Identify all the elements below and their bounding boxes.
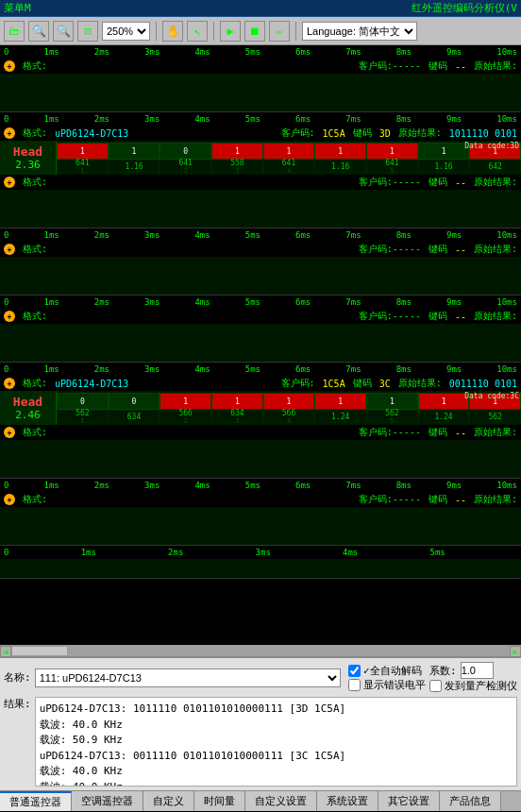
info-row-6: + 格式: 客户码:----- 键码 -- 原始结果: <box>0 492 521 507</box>
timing-cell: 6414 <box>263 160 315 173</box>
timing-cell: 5662 <box>160 410 211 423</box>
tab-custom[interactable]: 自定义 <box>143 791 194 811</box>
result-line-2: 载波: 40.0 KHz <box>40 718 513 734</box>
auto-decode-input[interactable] <box>348 665 361 677</box>
hand-icon[interactable]: ✋ <box>162 21 183 42</box>
result-line-6: 载波: 40.0 KHz <box>40 780 513 787</box>
auto-decode-checkbox[interactable]: ✓全自动解码 <box>348 664 422 678</box>
bit-cell: 1 <box>263 393 315 410</box>
timing-cell: 642 <box>469 160 521 173</box>
send-device-input[interactable] <box>429 680 442 692</box>
info-row-5b: + 格式: 客户码:----- 键码 -- 原始结果: <box>0 425 521 440</box>
tab-time[interactable]: 时间量 <box>194 791 245 811</box>
empty-signal-3 <box>0 257 521 295</box>
waveform-panels: 0 1ms 2ms 3ms 4ms 5ms 6ms 7ms 8ms 9ms 10… <box>0 45 521 645</box>
bit-cell: 1 <box>418 143 470 160</box>
bit-cell: 1 <box>211 143 263 160</box>
system-value-input[interactable] <box>461 662 494 679</box>
system-section: 系数: <box>429 662 494 679</box>
empty-signal-7 <box>0 559 521 578</box>
auto-decode-label: ✓全自动解码 <box>363 664 422 678</box>
timing-cell: 5664 <box>263 410 315 423</box>
head-value-5: 2.46 <box>15 409 41 421</box>
waveform-panel-1: 0 1ms 2ms 3ms 4ms 5ms 6ms 7ms 8ms 9ms 10… <box>0 45 521 112</box>
bit-cell: 1 <box>314 143 366 160</box>
bit-cell: 1 <box>211 393 263 410</box>
info-row-2: + 格式: uPD6124-D7C13 客户码:1C5A 键码 3D 原始结果:… <box>0 126 521 141</box>
tab-bar: 普通遥控器 空调遥控器 自定义 时间量 自定义设置 系统设置 其它设置 产品信息 <box>0 790 521 811</box>
zoom-fit-icon[interactable]: ⊡ <box>77 21 98 42</box>
bit-cell: 0 <box>57 393 109 410</box>
channel-icon-4: + <box>4 311 15 322</box>
scroll-track[interactable] <box>11 646 510 656</box>
data-code-label-2: Data code:3D <box>464 142 519 150</box>
result-area[interactable]: uPD6124-D7C13: 1011110 0101101010000111 … <box>35 697 517 787</box>
zoom-in-icon[interactable]: 🔍 <box>28 21 49 42</box>
name-select[interactable]: 111: uPD6124-D7C13 <box>35 668 341 687</box>
channel-icon-2: + <box>4 127 15 139</box>
timing-cell: 6343 <box>211 410 263 423</box>
bottom-panel: 名称: 111: uPD6124-D7C13 ✓全自动解码 显示错误电平 系数: <box>0 656 521 790</box>
name-label: 名称: <box>4 670 31 685</box>
info-row-5: + 格式: uPD6124-D7C13 客户码:1C5A 键码 3C 原始结果:… <box>0 376 521 391</box>
scroll-thumb[interactable] <box>11 646 68 656</box>
bit-cell: 1 <box>418 393 470 410</box>
waveform-panel-6: 0 1ms 2ms 3ms 4ms 5ms 6ms 7ms 8ms 9ms 10… <box>0 479 521 546</box>
tab-product-info[interactable]: 产品信息 <box>440 791 501 811</box>
bit-cell: 1 <box>366 143 418 160</box>
waveform-panel-3: 0 1ms 2ms 3ms 4ms 5ms 6ms 7ms 8ms 9ms 10… <box>0 228 521 296</box>
channel-icon-5b: + <box>4 427 15 438</box>
bit-cell: 1 <box>263 143 315 160</box>
waveform-panel-7: 0 1ms 2ms 3ms 4ms 5ms <box>0 546 521 579</box>
info-row-2b: + 格式: 客户码:----- 键码 -- 原始结果: <box>0 175 521 190</box>
timing-cell: 1.16 <box>314 160 366 173</box>
scroll-left-btn[interactable]: ◀ <box>0 646 11 657</box>
title-left: 菜单M <box>4 1 31 15</box>
timeline-row-7: 0 1ms 2ms 3ms 4ms 5ms <box>0 546 521 559</box>
scroll-right-btn[interactable]: ▶ <box>510 646 521 657</box>
timing-cell: 6415 <box>366 160 418 173</box>
result-line-4: uPD6124-D7C13: 0011110 0101101010000111 … <box>40 749 513 765</box>
channel-icon-5: + <box>4 378 15 389</box>
tab-system-settings[interactable]: 系统设置 <box>317 791 378 811</box>
bit-cell: 1 <box>366 393 418 410</box>
start-icon[interactable]: ▶ <box>220 21 241 42</box>
bit-cell: 1 <box>57 143 109 160</box>
tab-other-settings[interactable]: 其它设置 <box>378 791 440 811</box>
show-error-input[interactable] <box>348 679 361 691</box>
language-select[interactable]: Language: 简体中文 Language: English <box>302 22 417 41</box>
empty-signal-2 <box>0 190 521 228</box>
data-code-label-5: Data code:3C <box>464 392 519 400</box>
bit-cell: 0 <box>160 143 211 160</box>
timeline-row-3: 0 1ms 2ms 3ms 4ms 5ms 6ms 7ms 8ms 9ms 10… <box>0 228 521 242</box>
tab-ac-remote[interactable]: 空调遥控器 <box>72 791 143 811</box>
stop-icon[interactable]: ⏹ <box>244 21 265 42</box>
zoom-out-icon[interactable]: 🔍 <box>53 21 74 42</box>
tab-custom-settings[interactable]: 自定义设置 <box>245 791 317 811</box>
toolbar-separator <box>156 22 157 41</box>
empty-signal-5 <box>0 440 521 478</box>
head-label-2: Head <box>13 144 42 159</box>
empty-signal-6 <box>0 507 521 545</box>
open-file-icon[interactable]: 🗁 <box>4 21 25 42</box>
cursor-icon[interactable]: ↖ <box>187 21 208 42</box>
horizontal-scrollbar[interactable]: ◀ ▶ <box>0 645 521 656</box>
timeline-row-1: 0 1ms 2ms 3ms 4ms 5ms 6ms 7ms 8ms 9ms 10… <box>0 45 521 59</box>
timing-cell: 1.16 <box>109 160 160 173</box>
pen-icon[interactable]: ✏ <box>269 21 290 42</box>
send-device-checkbox[interactable]: 发到量产检测仪 <box>429 679 517 693</box>
name-system-row: 名称: 111: uPD6124-D7C13 ✓全自动解码 显示错误电平 系数: <box>4 662 517 693</box>
show-error-checkbox[interactable]: 显示错误电平 <box>348 678 426 692</box>
timing-cell: 1.24 <box>418 410 470 423</box>
title-right: 红外遥控编码分析仪(V <box>412 1 517 15</box>
timing-cell: 6412 <box>160 160 211 173</box>
bit-cell: 1 <box>109 143 160 160</box>
channel-icon-1: + <box>4 60 15 72</box>
bit-cell: 0 <box>109 393 160 410</box>
zoom-select[interactable]: 250% 100% 200% 500% <box>102 22 150 41</box>
tab-normal-remote[interactable]: 普通遥控器 <box>0 791 72 811</box>
timeline-row-5: 0 1ms 2ms 3ms 4ms 5ms 6ms 7ms 8ms 9ms 10… <box>0 363 521 376</box>
result-line-1: uPD6124-D7C13: 1011110 0101101010000111 … <box>40 702 513 718</box>
timing-cell: 1.24 <box>314 410 366 423</box>
waveform-panel-5: 0 1ms 2ms 3ms 4ms 5ms 6ms 7ms 8ms 9ms 10… <box>0 363 521 479</box>
